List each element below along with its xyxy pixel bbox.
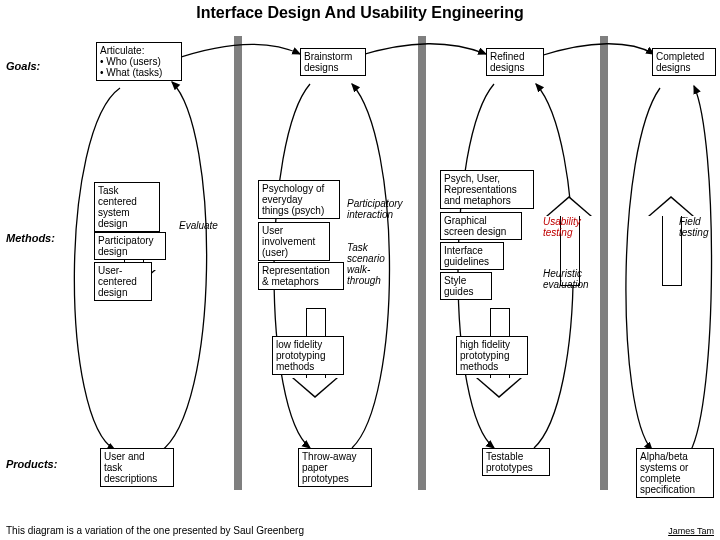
method-style-guides: Style guides xyxy=(440,272,492,300)
credit: James Tam xyxy=(668,526,714,536)
method-user-involvement: User involvement (user) xyxy=(258,222,330,261)
method-interface-guidelines: Interface guidelines xyxy=(440,242,504,270)
label-evaluate: Evaluate xyxy=(176,218,226,233)
goal-completed: Completed designs xyxy=(652,48,716,76)
method-high-fidelity: high fidelity prototyping methods xyxy=(456,336,528,375)
up-arrow-icon xyxy=(648,196,694,286)
method-participatory-design: Participatory design xyxy=(94,232,166,260)
method-task-centered: Task centered system design xyxy=(94,182,160,232)
goal-articulate: Articulate: • Who (users) • What (tasks) xyxy=(96,42,182,81)
method-representation: Representation & metaphors xyxy=(258,262,344,290)
label-participatory-interaction: Participatory interaction xyxy=(344,196,414,222)
method-psych-everyday: Psychology of everyday things (psych) xyxy=(258,180,340,219)
product-throwaway: Throw-away paper prototypes xyxy=(298,448,372,487)
product-user-task: User and task descriptions xyxy=(100,448,174,487)
method-user-centered: User- centered design xyxy=(94,262,152,301)
product-alpha-beta: Alpha/beta systems or complete specifica… xyxy=(636,448,714,498)
product-testable: Testable prototypes xyxy=(482,448,550,476)
label-field-testing: Field testing xyxy=(676,214,718,240)
goal-refined: Refined designs xyxy=(486,48,544,76)
label-task-scenario: Task scenario walk- through xyxy=(344,240,404,288)
footnote: This diagram is a variation of the one p… xyxy=(6,525,304,536)
method-psych-user-rep: Psych, User, Representations and metapho… xyxy=(440,170,534,209)
method-graphical: Graphical screen design xyxy=(440,212,522,240)
goal-brainstorm: Brainstorm designs xyxy=(300,48,366,76)
label-usability-testing: Usability testing xyxy=(540,214,596,240)
method-low-fidelity: low fidelity prototyping methods xyxy=(272,336,344,375)
label-heuristic: Heuristic evaluation xyxy=(540,266,602,292)
